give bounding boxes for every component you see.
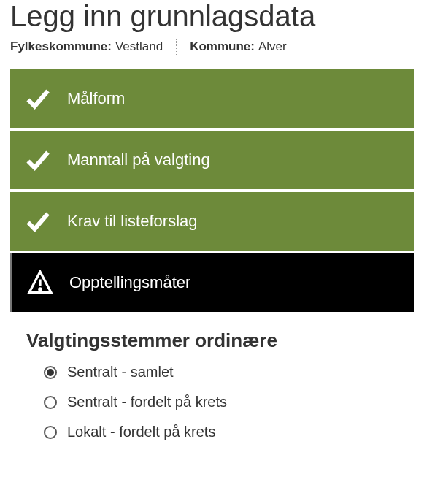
step-listeforslag[interactable]: Krav til listeforslag bbox=[10, 192, 414, 251]
svg-point-2 bbox=[39, 289, 41, 290]
content-panel: Valgtingsstemmer ordinære Sentralt - sam… bbox=[0, 315, 424, 448]
step-label: Manntall på valgting bbox=[67, 150, 210, 169]
kommune-label: Kommune: bbox=[190, 39, 255, 54]
radio-option-sentralt-samlet[interactable]: Sentralt - samlet bbox=[44, 364, 398, 381]
radio-option-sentralt-fordelt[interactable]: Sentralt - fordelt på krets bbox=[44, 394, 398, 411]
step-opptelling[interactable]: Opptellingsmåter bbox=[10, 253, 414, 312]
check-icon bbox=[25, 85, 51, 112]
step-malform[interactable]: Målform bbox=[10, 69, 414, 128]
radio-label: Sentralt - samlet bbox=[67, 364, 174, 381]
check-icon bbox=[25, 147, 51, 173]
meta-fylkeskommune: Fylkeskommune: Vestland bbox=[10, 39, 163, 54]
check-icon bbox=[25, 208, 51, 234]
radio-label: Lokalt - fordelt på krets bbox=[67, 424, 215, 440]
meta-kommune: Kommune: Alver bbox=[190, 39, 287, 54]
fylkeskommune-value: Vestland bbox=[115, 39, 163, 54]
step-label: Opptellingsmåter bbox=[69, 273, 190, 292]
radio-input[interactable] bbox=[44, 396, 57, 409]
page-title: Legg inn grunnlagsdata bbox=[0, 0, 424, 39]
steps-list: Målform Manntall på valgting Krav til li… bbox=[0, 69, 424, 312]
step-label: Krav til listeforslag bbox=[67, 212, 198, 231]
radio-input[interactable] bbox=[44, 366, 57, 379]
radio-group-valgtingsstemmer: Sentralt - samlet Sentralt - fordelt på … bbox=[26, 364, 398, 440]
fylkeskommune-label: Fylkeskommune: bbox=[10, 39, 112, 54]
meta-row: Fylkeskommune: Vestland Kommune: Alver bbox=[0, 39, 424, 69]
warning-icon bbox=[27, 270, 53, 296]
step-label: Målform bbox=[67, 89, 125, 108]
step-manntall[interactable]: Manntall på valgting bbox=[10, 131, 414, 189]
radio-option-lokalt-fordelt[interactable]: Lokalt - fordelt på krets bbox=[44, 424, 398, 440]
section-heading: Valgtingsstemmer ordinære bbox=[26, 329, 398, 352]
meta-divider bbox=[176, 39, 177, 55]
radio-input[interactable] bbox=[44, 426, 57, 439]
radio-label: Sentralt - fordelt på krets bbox=[67, 394, 227, 411]
kommune-value: Alver bbox=[258, 39, 287, 54]
